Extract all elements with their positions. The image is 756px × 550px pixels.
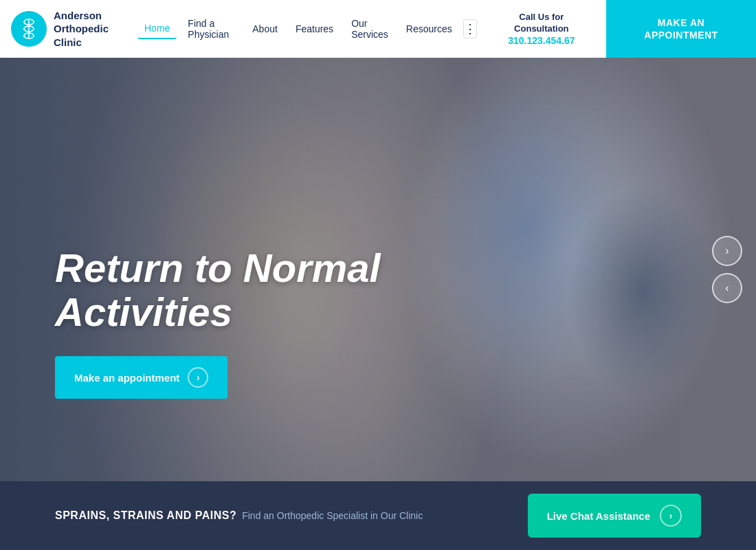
live-chat-button[interactable]: Live Chat Assistance ›	[528, 494, 701, 538]
logo-icon	[11, 11, 47, 47]
logo-text: Anderson Orthopedic Clinic	[54, 9, 109, 50]
nav-more-button[interactable]: ⋮	[463, 19, 477, 38]
nav-item-features[interactable]: Features	[289, 19, 340, 38]
hero-section: Return to Normal Activities Make an appo…	[0, 58, 756, 481]
nav-item-home[interactable]: Home	[137, 19, 177, 39]
bottom-bar: SPRAINS, STRAINS AND PAINS? Find an Orth…	[0, 481, 756, 550]
bottom-bar-subtext: Find an Orthopedic Specialist in Our Cli…	[242, 510, 423, 521]
bottom-bar-heading: SPRAINS, STRAINS AND PAINS?	[55, 509, 236, 522]
hero-title: Return to Normal Activities	[55, 246, 381, 334]
logo-area[interactable]: Anderson Orthopedic Clinic	[0, 9, 131, 50]
nav-item-find-physician[interactable]: Find a Physician	[181, 14, 241, 44]
hero-cta-button[interactable]: Make an appointment ›	[55, 356, 227, 399]
make-appointment-header-button[interactable]: MAKE AN APPOINTMENT	[606, 0, 756, 58]
call-number[interactable]: 310.123.454.67	[493, 35, 590, 46]
slider-next-button[interactable]: ›	[712, 236, 742, 266]
nav-item-services[interactable]: Our Services	[344, 14, 395, 44]
call-label: Call Us for Consultation	[493, 12, 590, 35]
slider-arrows: › ‹	[712, 236, 742, 303]
site-header: Anderson Orthopedic Clinic Home Find a P…	[0, 0, 756, 58]
bottom-bar-text: SPRAINS, STRAINS AND PAINS? Find an Orth…	[55, 509, 423, 522]
live-chat-arrow-icon: ›	[660, 505, 682, 527]
live-chat-label: Live Chat Assistance	[547, 510, 650, 522]
call-section: Call Us for Consultation 310.123.454.67	[477, 12, 606, 46]
hero-cta-arrow-icon: ›	[188, 367, 208, 388]
hero-content: Return to Normal Activities Make an appo…	[55, 246, 381, 399]
hero-cta-label: Make an appointment	[74, 372, 179, 384]
slider-prev-button[interactable]: ‹	[712, 273, 742, 303]
main-nav: Home Find a Physician About Features Our…	[131, 14, 477, 44]
nav-item-about[interactable]: About	[245, 19, 285, 38]
header-right: Call Us for Consultation 310.123.454.67 …	[477, 0, 756, 58]
nav-item-resources[interactable]: Resources	[399, 19, 459, 38]
